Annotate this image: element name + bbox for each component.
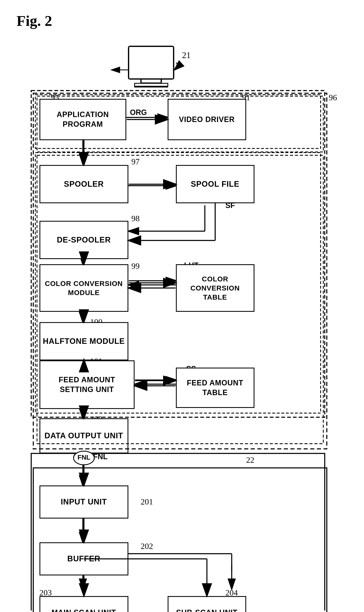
label-fnl: FNL <box>93 452 108 461</box>
label-98: 98 <box>131 214 140 223</box>
color-conversion-module-box: COLOR CONVERSIONMODULE <box>39 264 128 312</box>
spool-file-box: SPOOL FILE <box>176 165 254 203</box>
halftone-module-box: HALFTONE MODULE <box>39 322 128 360</box>
color-conversion-table-box: COLOR CONVERSIONTABLE <box>176 264 254 312</box>
monitor-base1 <box>141 79 161 83</box>
buffer-box: BUFFER <box>39 542 128 575</box>
main-scan-unit-box: MAIN SCAN UNIT <box>39 596 128 612</box>
feed-amount-table-box: FEED AMOUNTTABLE <box>176 368 254 408</box>
label-sf: SF <box>225 201 235 210</box>
application-program-box: APPLICATION PROGRAM <box>39 99 126 140</box>
figure-title: Fig. 2 <box>16 13 348 30</box>
label-22: 22 <box>246 455 254 465</box>
label-org: ORG <box>130 108 147 117</box>
monitor-label <box>128 46 174 79</box>
diagram: 21 91 95 96 APPLICATION PROGRAM VIDEO DR… <box>19 42 345 611</box>
video-driver-box: VIDEO DRIVER <box>168 99 246 140</box>
label-202: 202 <box>141 541 153 551</box>
svg-rect-26 <box>31 453 325 611</box>
monitor-base2 <box>134 83 168 87</box>
label-96: 96 <box>329 93 337 102</box>
data-output-unit-box: DATA OUTPUT UNIT <box>39 418 128 453</box>
label-21: 21 <box>182 50 191 60</box>
despooler-box: DE-SPOOLER <box>39 221 128 259</box>
page: Fig. 2 <box>0 0 364 612</box>
label-99: 99 <box>131 261 140 271</box>
svg-text:FNL: FNL <box>77 454 90 461</box>
label-201: 201 <box>141 497 153 507</box>
spooler-box: SPOOLER <box>39 165 128 203</box>
feed-amount-setting-box: FEED AMOUNTSETTING UNIT <box>39 360 135 409</box>
label-97: 97 <box>131 157 140 167</box>
sub-scan-unit-box: SUB-SCAN UNIT <box>168 596 246 612</box>
input-unit-box: INPUT UNIT <box>39 485 128 519</box>
